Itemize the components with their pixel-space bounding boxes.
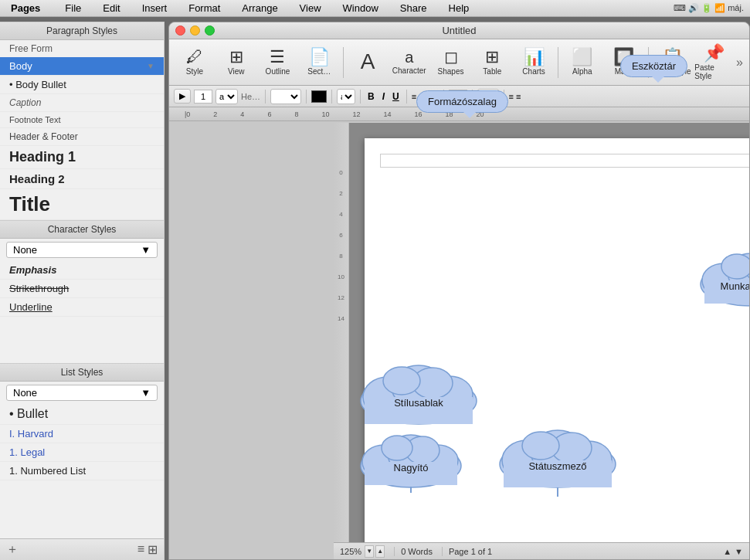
toolbar-expand-btn[interactable]: » xyxy=(736,56,743,70)
menu-format[interactable]: Format xyxy=(184,1,225,15)
style-item-caption[interactable]: Caption xyxy=(0,94,164,112)
zoom-stepper[interactable]: ▼ ▲ xyxy=(365,545,385,558)
maximize-button[interactable] xyxy=(205,25,215,36)
svg-point-5 xyxy=(721,254,749,279)
list-harvard-label: I. Harvard xyxy=(9,428,53,440)
format-bar-play-btn[interactable]: ▶ xyxy=(174,89,191,104)
title-bar: Untitled xyxy=(169,22,749,39)
text-icon: A xyxy=(361,51,375,73)
charts-icon: 📊 xyxy=(524,49,545,66)
fmt-sep-1 xyxy=(265,90,266,104)
table-icon: ⊞ xyxy=(485,49,499,66)
style-icon: 🖊 xyxy=(186,49,203,66)
format-bar-underline-btn[interactable]: U xyxy=(390,90,402,103)
outline-label: Outline xyxy=(266,67,290,76)
minimize-button[interactable] xyxy=(190,25,200,36)
style-item-strikethrough[interactable]: Strikethrough xyxy=(0,280,164,298)
format-bar-bold-btn[interactable]: B xyxy=(365,90,377,103)
list-style-none-selector[interactable]: None ▼ xyxy=(6,385,158,401)
list-item-bullet[interactable]: • Bullet xyxy=(0,404,164,425)
list-item-harvard[interactable]: I. Harvard xyxy=(0,425,164,443)
sect-label: Sect… xyxy=(307,67,331,76)
format-bar-spacing-select[interactable] xyxy=(477,89,499,104)
menu-right-icons: ⌨ 🔊 🔋 📶 máj. xyxy=(674,3,744,13)
style-item-body-bullet[interactable]: • Body Bullet xyxy=(0,76,164,94)
paste-style-label: Paste Style xyxy=(694,63,733,80)
outline-icon: ☰ xyxy=(270,49,285,66)
character-style-none-label: None xyxy=(13,244,37,256)
panel-list-view-button[interactable]: ≡ xyxy=(137,542,144,557)
style-footnote-label: Footnote Text xyxy=(9,115,60,124)
canvas-area[interactable]: 0 2 4 6 8 10 12 14 xyxy=(334,123,749,542)
toolbar-view-btn[interactable]: ⊞ View xyxy=(217,42,256,83)
toolbar-table-btn[interactable]: ⊞ Table xyxy=(473,42,511,83)
alpha-label: Alpha xyxy=(572,67,592,76)
style-item-body[interactable]: Body ▼ xyxy=(0,57,164,76)
status-scroll-down[interactable]: ▼ xyxy=(735,547,743,556)
style-item-underline[interactable]: Underline xyxy=(0,298,164,317)
toolbar-copy-style-btn[interactable]: 📋 Copy Style xyxy=(653,42,691,83)
toolbar-sect-btn[interactable]: 📄 Sect… xyxy=(300,42,338,83)
style-item-h2[interactable]: Heading 2 xyxy=(0,169,164,189)
close-button[interactable] xyxy=(175,25,185,36)
style-item-h1[interactable]: Heading 1 xyxy=(0,146,164,169)
toolbar-outline-btn[interactable]: ☰ Outline xyxy=(259,42,297,83)
format-bar-char-select[interactable]: a xyxy=(337,89,355,104)
styles-panel: Paragraph Styles Free Form Body ▼ • Body… xyxy=(0,22,165,560)
zoom-control[interactable]: 125% ▼ ▲ xyxy=(340,545,385,558)
menu-view[interactable]: View xyxy=(295,1,326,15)
style-item-emphasis[interactable]: Emphasis xyxy=(0,261,164,280)
status-scroll-up[interactable]: ▲ xyxy=(723,547,731,556)
list-style-none-arrow: ▼ xyxy=(141,387,151,399)
list-item-numbered[interactable]: 1. Numbered List xyxy=(0,462,164,480)
window-controls xyxy=(175,25,215,36)
menu-file[interactable]: File xyxy=(60,1,86,15)
window-title: Untitled xyxy=(442,25,476,36)
character-style-none-selector[interactable]: None ▼ xyxy=(6,242,158,258)
style-label: Style xyxy=(186,67,203,76)
style-item-header-footer[interactable]: Header & Footer xyxy=(0,128,164,146)
menu-arrange[interactable]: Arrange xyxy=(237,1,282,15)
format-bar-align-icons: ≡ ≡ ≡ ≡ xyxy=(412,92,439,101)
format-bar-style-select[interactable] xyxy=(270,89,301,104)
fmt-sep-8 xyxy=(504,90,504,104)
zoom-up-btn[interactable]: ▲ xyxy=(375,545,385,558)
panel-view-buttons: ≡ ⊞ xyxy=(137,542,158,557)
zoom-down-btn[interactable]: ▼ xyxy=(365,545,374,558)
menu-share[interactable]: Share xyxy=(395,1,432,15)
style-underline-label: Underline xyxy=(9,301,53,313)
toolbar-text-btn[interactable]: A xyxy=(348,42,387,83)
word-count: 0 Words xyxy=(394,547,433,556)
copy-style-icon: 📋 xyxy=(662,49,683,66)
fmt-sep-2 xyxy=(306,90,307,104)
menu-insert[interactable]: Insert xyxy=(137,1,172,15)
format-bar-color-box[interactable] xyxy=(311,90,327,103)
toolbar-charts-btn[interactable]: 📊 Charts xyxy=(514,42,553,83)
format-bar-number-input[interactable] xyxy=(194,90,212,104)
panel-grid-view-button[interactable]: ⊞ xyxy=(148,542,158,557)
toolbar-alpha-btn[interactable]: ⬜ Alpha xyxy=(563,42,602,83)
menu-help[interactable]: Help xyxy=(444,1,474,15)
style-item-title[interactable]: Title xyxy=(0,189,164,220)
format-bar-align-select[interactable]: a xyxy=(215,89,238,104)
toolbar-sep-2 xyxy=(558,47,558,78)
menu-pages[interactable]: Pages xyxy=(6,1,45,15)
style-emphasis-label: Emphasis xyxy=(9,264,56,276)
document-page[interactable]: Munka terület xyxy=(365,138,749,542)
page-content[interactable]: Munka terület xyxy=(380,180,749,489)
ruler-8: 8 xyxy=(294,110,298,118)
toolbar-mask-btn[interactable]: 🔲 Mask xyxy=(605,42,643,83)
toolbar-character-btn[interactable]: a Character xyxy=(390,42,429,83)
free-form-label: Free Form xyxy=(0,40,164,57)
toolbar-shapes-btn[interactable]: ◻ Shapes xyxy=(432,42,470,83)
toolbar-paste-style-btn[interactable]: 📌 Paste Style xyxy=(694,42,733,83)
format-bar-size-input[interactable] xyxy=(449,90,467,104)
menu-edit[interactable]: Edit xyxy=(98,1,124,15)
ruler-2: 2 xyxy=(213,110,217,118)
style-item-footnote[interactable]: Footnote Text xyxy=(0,112,164,128)
toolbar-style-btn[interactable]: 🖊 Style xyxy=(175,42,214,83)
panel-add-button[interactable]: ＋ xyxy=(6,541,19,558)
list-item-legal[interactable]: 1. Legal xyxy=(0,443,164,462)
format-bar-italic-btn[interactable]: I xyxy=(380,90,387,103)
menu-window[interactable]: Window xyxy=(338,1,383,15)
